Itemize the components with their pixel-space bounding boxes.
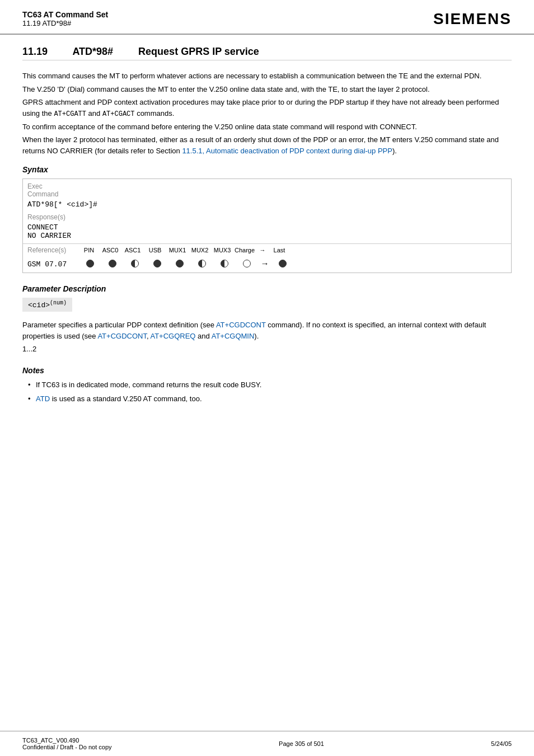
circle-pin [79, 260, 101, 267]
desc1c: ). [254, 332, 259, 340]
circle-mux1 [168, 260, 191, 267]
col-arrow: → [256, 247, 269, 253]
circle-icon-asc0 [109, 260, 116, 267]
para3-mid: and [86, 109, 102, 118]
circles-container: → [79, 259, 507, 268]
footer-confidential: Confidential / Draft - Do not copy [22, 744, 112, 750]
circle-asc0 [101, 260, 124, 267]
note-1-text: If TC63 is in dedicated mode, command re… [36, 381, 261, 389]
page-footer: TC63_ATC_V00.490 Confidential / Draft - … [0, 731, 534, 756]
circle-icon-mux2 [198, 260, 206, 267]
circle-mux3 [213, 260, 236, 267]
para5-link[interactable]: 11.5.1, Automatic deactivation of PDP co… [182, 147, 392, 155]
col-asc1: ASC1 [121, 247, 144, 253]
desc1a: Parameter specifies a particular PDP con… [22, 321, 216, 329]
header-title: TC63 AT Command Set [22, 10, 108, 19]
desc-cmd2-link[interactable]: AT+CGDCONT [97, 332, 147, 340]
col-usb: USB [144, 247, 166, 253]
body-paragraphs: This command causes the MT to perform wh… [22, 71, 512, 156]
footer-doc-id: TC63_ATC_V00.490 [22, 737, 112, 744]
desc-cmd3-link[interactable]: AT+CGQREQ [150, 332, 195, 340]
header-left: TC63 AT Command Set 11.19 ATD*98# [22, 10, 108, 27]
note-1: If TC63 is in dedicated mode, command re… [28, 379, 512, 391]
circle-usb [146, 260, 168, 267]
footer-left: TC63_ATC_V00.490 Confidential / Draft - … [22, 737, 112, 750]
section-heading: 11.19 ATD*98# Request GPRS IP service [22, 46, 512, 60]
response-nocarrier: NO CARRIER [23, 232, 511, 244]
exec-command-row: Exec Command [23, 179, 511, 199]
circle-icon-mux1 [176, 260, 184, 267]
section-command: ATD*98# [72, 46, 113, 57]
syntax-table-wrapper: Exec Command ATD*98[* <cid>]# Response(s… [22, 179, 512, 273]
circle-asc1 [124, 260, 146, 267]
circle-mux2 [191, 260, 213, 267]
arrow-cell: → [258, 259, 271, 268]
response-nocarrier-row: NO CARRIER [23, 232, 511, 244]
reference-gsm-row: GSM 07.07 [23, 256, 511, 273]
circle-icon-usb [153, 260, 161, 267]
desc-cmd1-link[interactable]: AT+CGDCONT [216, 321, 266, 329]
desc1-mid2: and [195, 332, 211, 340]
para3b: commands. [135, 109, 175, 118]
page-header: TC63 AT Command Set 11.19 ATD*98# SIEMEN… [0, 0, 534, 35]
circle-last [271, 260, 294, 267]
circle-icon-pin [86, 260, 94, 267]
col-mux3: MUX3 [211, 247, 233, 253]
reference-row: Reference(s) PIN ASC0 ASC1 USB MUX1 MUX2… [23, 244, 511, 257]
notes-label: Notes [22, 366, 512, 375]
reference-label: Reference(s) [27, 246, 74, 254]
response-label-row: Response(s) [23, 211, 511, 222]
para2: The V.250 'D' (Dial) command causes the … [22, 84, 512, 95]
header-subtitle: 11.19 ATD*98# [22, 19, 108, 27]
ref-data-cell: PIN ASC0 ASC1 USB MUX1 MUX2 MUX3 Charge … [79, 244, 511, 257]
para3: GPRS attachment and PDP context activati… [22, 97, 512, 119]
col-asc0: ASC0 [99, 247, 121, 253]
para3-cmd2: AT+CGACT [102, 110, 135, 118]
param-range: 1...2 [22, 344, 512, 355]
columns-header: PIN ASC0 ASC1 USB MUX1 MUX2 MUX3 Charge … [79, 247, 507, 253]
para5b: ). [392, 147, 397, 155]
exec-command-code-row: ATD*98[* <cid>]# [23, 199, 511, 211]
param-sup: (num) [50, 300, 67, 306]
note-2-link[interactable]: ATD [36, 395, 50, 403]
circle-icon-asc1 [131, 260, 139, 267]
footer-page: Page 305 of 501 [279, 740, 324, 747]
param-name: <cid> [28, 301, 50, 309]
reference-value: GSM 07.07 [23, 256, 79, 273]
exec-label: Exec Command [23, 179, 79, 199]
ref-label-cell: Reference(s) [23, 244, 79, 257]
siemens-logo: SIEMENS [433, 10, 512, 28]
para1: This command causes the MT to perform wh… [22, 71, 512, 82]
param-description: Parameter specifies a particular PDP con… [22, 320, 512, 341]
response-code-row: CONNECT [23, 222, 511, 232]
notes-list: If TC63 is in dedicated mode, command re… [22, 379, 512, 405]
circle-icon-charge [243, 260, 251, 267]
para3-cmd1: AT+CGATT [54, 110, 86, 118]
section-number: 11.19 [22, 46, 48, 57]
desc-cmd4-link[interactable]: AT+CGQMIN [212, 332, 255, 340]
col-mux1: MUX1 [166, 247, 189, 253]
col-last: Last [269, 247, 289, 253]
section-title: Request GPRS IP service [138, 46, 259, 57]
circle-icon-mux3 [221, 260, 228, 267]
para4: To confirm acceptance of the command bef… [22, 121, 512, 133]
col-pin: PIN [79, 247, 99, 253]
para5: When the layer 2 protocol has terminated… [22, 134, 512, 156]
col-mux2: MUX2 [189, 247, 211, 253]
note-2-text: is used as a standard V.250 AT command, … [50, 395, 202, 403]
param-box: <cid>(num) [22, 298, 72, 312]
main-content: 11.19 ATD*98# Request GPRS IP service Th… [0, 35, 534, 756]
footer-date: 5/24/05 [491, 740, 512, 747]
circles-row: → [79, 256, 511, 273]
note-2: ATD is used as a standard V.250 AT comma… [28, 393, 512, 405]
response-label: Response(s) [23, 211, 79, 222]
syntax-label: Syntax [22, 165, 512, 174]
response-connect: CONNECT [23, 222, 511, 232]
circle-icon-last [279, 260, 287, 267]
syntax-table: Exec Command ATD*98[* <cid>]# Response(s… [23, 179, 511, 273]
col-charge: Charge [233, 247, 256, 253]
exec-command-code: ATD*98[* <cid>]# [23, 199, 511, 211]
circle-charge [236, 260, 258, 267]
param-label: Parameter Description [22, 284, 512, 293]
